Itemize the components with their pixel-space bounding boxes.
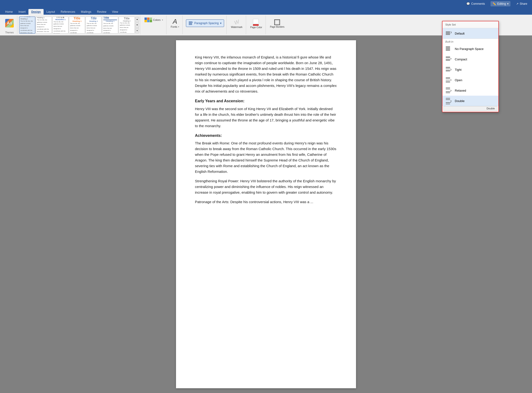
themes-icon: Aa [5,19,14,27]
double-tooltip: Double [443,106,497,111]
svg-rect-0 [189,22,192,22]
tab-design[interactable]: Design [28,9,44,15]
spacing-tight-icon [445,66,452,73]
tab-insert[interactable]: Insert [16,9,28,15]
chevron-down-icon: ▾ [507,2,508,5]
svg-rect-11 [446,48,450,49]
style-set-header: Style Set [443,21,498,28]
svg-rect-22 [446,77,450,78]
svg-rect-6 [446,32,450,33]
spacing-relaxed-icon [445,87,452,94]
svg-rect-30 [446,98,450,98]
svg-rect-15 [446,58,450,58]
title-bar: 💬 Comments ✏️ Editing ▾ ↗ Share [0,0,532,8]
style-thumb-6[interactable]: Title Heading 1 The Inn tile, the galler… [102,17,118,34]
watermark-icon: W [233,19,240,26]
tab-home[interactable]: Home [2,9,16,15]
spacing-open-label: Open [455,78,462,82]
page-color-button[interactable]: Page Color [249,17,264,31]
svg-rect-7 [446,33,450,34]
spacing-compact-label: Compact [455,58,467,61]
svg-rect-26 [446,88,450,88]
doc-subheading-2: Achievements: [195,133,337,139]
ribbon-tabs: Home Insert Design Layout References Mai… [0,8,532,15]
style-thumb-4[interactable]: Title Heading 1 The Inn tile, the galler… [69,17,85,34]
app-window: 💬 Comments ✏️ Editing ▾ ↗ Share Home Ins… [0,0,532,393]
spacing-compact-icon [445,56,452,63]
page-borders-icon [274,20,280,25]
style-thumb-1[interactable]: Title Heading 1The Inn tile line, the ga… [19,17,35,34]
thumbnail-nav: ▲ ▼ ▾ [135,17,139,33]
page-borders-button[interactable]: Page Borders [268,17,286,31]
spacing-option-default[interactable]: Default [443,28,498,39]
svg-rect-3 [189,25,192,25]
svg-rect-12 [446,49,450,50]
fonts-button[interactable]: A Fonts ▾ [169,17,181,29]
thumb-nav-down[interactable]: ▼ [135,23,139,28]
themes-button[interactable]: Aa [3,18,16,28]
doc-paragraph-4: Strengthening Royal Power: Henry VIII bo… [195,178,337,195]
style-thumb-3[interactable]: TITLE HEADING 1 The Inn tile, the galler… [52,17,69,34]
svg-rect-9 [446,46,450,47]
svg-rect-21 [446,71,450,71]
fonts-group: A Fonts ▾ [168,16,183,34]
share-icon: ↗ [516,2,518,5]
spacing-option-open[interactable]: Open [443,75,498,85]
svg-rect-18 [446,67,450,68]
doc-paragraph-2: Henry VIII was the second son of King He… [195,106,337,129]
style-thumb-7[interactable]: Title Heading 2 The Inn tile, the galler… [119,17,135,34]
colors-dropdown-icon: ▾ [162,19,163,21]
thumb-nav-more[interactable]: ▾ [135,28,139,33]
doc-paragraph-3: The Break with Rome: One of the most pro… [195,140,337,174]
spacing-no-space-icon [445,45,452,52]
svg-rect-27 [446,89,450,89]
svg-rect-17 [446,60,450,61]
page-borders-group: Page Borders [267,16,288,34]
editing-button[interactable]: ✏️ Editing ▾ [491,1,510,6]
style-thumb-2[interactable]: Title Heading 1The Inn title, the galler… [36,17,52,34]
comments-button[interactable]: 💬 Comments [464,1,487,6]
spacing-option-tight[interactable]: Tight [443,64,498,75]
tab-review[interactable]: Review [94,9,109,15]
tab-view[interactable]: View [109,9,121,15]
paragraph-spacing-button[interactable]: Paragraph Spacing ▾ [186,20,224,27]
watermark-button[interactable]: W Watermark [229,17,244,31]
tab-layout[interactable]: Layout [44,9,58,15]
paragraph-spacing-dropdown: Style Set Default Built-In [442,21,499,112]
colors-icon [144,18,152,22]
spacing-option-compact[interactable]: Compact [443,54,498,64]
fonts-dropdown-icon: ▾ [178,26,179,28]
spacing-option-double[interactable]: Double [443,96,498,106]
svg-rect-10 [446,47,450,48]
svg-rect-24 [446,81,450,81]
fonts-label: Fonts [171,25,177,28]
spacing-double-label: Double [455,99,464,103]
svg-rect-16 [446,59,450,60]
thumb-nav-up[interactable]: ▲ [135,17,139,22]
svg-rect-8 [446,34,450,35]
document-page: King Henry VIII, the infamous monarch of… [176,40,356,388]
svg-rect-23 [446,79,450,79]
share-button[interactable]: ↗ Share [514,1,529,6]
spacing-open-icon [445,77,452,83]
colors-button[interactable]: Colors ▾ [143,17,164,23]
tab-mailings[interactable]: Mailings [78,9,94,15]
spacing-option-no-paragraph-space[interactable]: No Paragraph Space [443,44,498,54]
comments-icon: 💬 [466,2,470,5]
svg-marker-4 [192,22,193,23]
svg-rect-31 [446,99,450,100]
spacing-option-relaxed[interactable]: Relaxed [443,85,498,96]
svg-rect-14 [446,57,450,57]
style-thumb-5[interactable]: Title Heading 1 The Inn tile, the galler… [85,17,102,34]
spacing-double-icon [445,98,452,104]
svg-rect-13 [446,50,450,51]
spacing-default-icon [445,30,452,37]
tab-references[interactable]: References [58,9,78,15]
page-color-group: Page Color [247,16,266,34]
themes-group: Aa Themes [2,16,17,34]
svg-rect-28 [446,91,450,92]
doc-paragraph-5: Patronage of the Arts: Despite his contr… [195,199,337,205]
svg-rect-25 [446,82,450,82]
spacing-default-label: Default [455,32,464,35]
svg-rect-19 [446,68,450,69]
